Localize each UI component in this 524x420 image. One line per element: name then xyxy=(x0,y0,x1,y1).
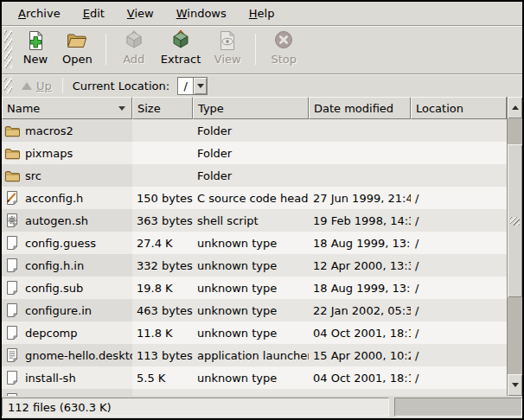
file-name: config.sub xyxy=(25,282,83,295)
table-row[interactable]: config.h.in 332 bytes unknown type 12 Ap… xyxy=(2,254,507,277)
plain-file-icon xyxy=(4,280,20,296)
table-row[interactable]: pixmaps Folder xyxy=(2,142,507,164)
scrollbar-thumb[interactable] xyxy=(508,144,522,297)
menu-view[interactable]: View xyxy=(116,3,165,23)
table-row[interactable]: gnome-hello.desktop 113 bytes applicatio… xyxy=(2,344,507,366)
column-header-name-label: Name xyxy=(7,102,40,115)
column-header-name[interactable]: Name xyxy=(2,97,132,119)
file-type: unknown type xyxy=(197,304,277,317)
vertical-scrollbar[interactable] xyxy=(507,97,522,396)
file-location: / xyxy=(415,349,419,362)
file-name: autogen.sh xyxy=(25,214,88,227)
toolbar: New Open Add xyxy=(2,26,522,74)
open-archive-icon xyxy=(66,29,88,52)
file-name: depcomp xyxy=(25,327,78,340)
stop-button: Stop xyxy=(263,28,304,71)
scroll-up-button[interactable] xyxy=(508,97,522,118)
up-button-label: Up xyxy=(36,80,52,92)
location-combo-dropdown-button[interactable] xyxy=(193,78,207,94)
sort-descending-icon xyxy=(118,106,125,111)
scroll-down-button[interactable] xyxy=(508,374,522,396)
launcher-file-icon xyxy=(4,347,20,363)
location-bar-drag-handle[interactable] xyxy=(4,78,12,93)
stop-button-label: Stop xyxy=(272,53,297,66)
file-list: Name Size Type Date modified Location xyxy=(2,97,522,396)
table-row[interactable]: config.guess 27.4 K unknown type 18 Aug … xyxy=(2,232,507,254)
file-name: acconfig.h xyxy=(25,192,83,205)
file-name: src xyxy=(25,169,42,182)
file-date: 04 Oct 2001, 18:12 xyxy=(313,327,411,340)
file-type: unknown type xyxy=(197,327,277,340)
file-name: macros2 xyxy=(25,124,73,137)
plain-file-icon xyxy=(4,370,20,385)
open-button[interactable]: Open xyxy=(56,28,99,71)
file-type: application launcher xyxy=(197,349,309,362)
chevron-down-icon xyxy=(197,84,204,88)
extract-button[interactable]: Extract xyxy=(155,28,208,71)
up-arrow-icon xyxy=(22,82,32,90)
file-location: / xyxy=(415,282,419,295)
scrollbar-trough[interactable] xyxy=(508,297,522,374)
open-button-label: Open xyxy=(62,53,93,66)
toolbar-drag-handle[interactable] xyxy=(4,30,12,68)
file-type: unknown type xyxy=(197,237,277,250)
view-file-icon xyxy=(216,29,239,52)
source-header-file-icon xyxy=(4,190,20,206)
table-row[interactable]: depcomp 11.8 K unknown type 04 Oct 2001,… xyxy=(2,321,507,344)
new-archive-icon xyxy=(24,29,47,52)
file-name: install-sh xyxy=(25,372,76,385)
location-combo[interactable]: / xyxy=(177,77,208,95)
file-date: 04 Oct 2001, 18:12 xyxy=(313,372,411,385)
table-row[interactable]: acconfig.h 150 bytes C source code heade… xyxy=(2,187,507,209)
toolbar-separator xyxy=(105,34,106,65)
menu-help[interactable]: Help xyxy=(238,3,286,23)
location-bar-separator xyxy=(62,78,63,93)
extract-icon xyxy=(169,29,192,52)
file-type: Folder xyxy=(197,124,232,137)
current-location-label: Current Location: xyxy=(73,80,169,92)
file-location: / xyxy=(415,372,419,385)
table-row[interactable]: config.sub 19.8 K unknown type 18 Aug 19… xyxy=(2,277,507,299)
file-type: unknown type xyxy=(197,372,277,385)
table-row[interactable]: configure.in 463 bytes unknown type 22 J… xyxy=(2,299,507,321)
location-combo-value[interactable]: / xyxy=(178,78,193,94)
file-name: config.guess xyxy=(25,237,96,250)
file-name: configure.in xyxy=(25,304,92,317)
plain-file-icon xyxy=(4,325,20,340)
new-button[interactable]: New xyxy=(15,28,56,71)
progress-area xyxy=(394,398,522,417)
column-header-size-label: Size xyxy=(137,102,161,115)
column-header-type[interactable]: Type xyxy=(193,97,309,119)
file-date: 12 Apr 2000, 13:36 xyxy=(313,259,411,272)
scrollbar-grip xyxy=(510,217,520,226)
plain-file-icon xyxy=(4,235,20,251)
menu-edit[interactable]: Edit xyxy=(72,3,116,23)
status-bar: 112 files (630.3 K) xyxy=(2,396,522,418)
column-header-size[interactable]: Size xyxy=(132,97,193,119)
file-name: pixmaps xyxy=(25,147,73,160)
plain-file-icon xyxy=(4,302,20,318)
file-location: / xyxy=(415,192,419,205)
scrollbar-trough[interactable] xyxy=(508,118,522,144)
column-header-location[interactable]: Location xyxy=(411,97,507,119)
table-row[interactable]: install-sh 5.5 K unknown type 04 Oct 200… xyxy=(2,366,507,389)
file-location: / xyxy=(415,304,419,317)
stop-icon xyxy=(272,29,295,52)
arrow-down-icon xyxy=(512,383,519,387)
table-row[interactable]: autogen.sh 363 bytes shell script 19 Feb… xyxy=(2,209,507,232)
column-header-location-label: Location xyxy=(416,102,463,115)
file-list-body: macros2 Folder pixmaps Folder src F xyxy=(2,119,507,396)
menu-archive[interactable]: Archive xyxy=(7,3,72,23)
table-row-partial xyxy=(2,389,507,396)
table-row[interactable]: src Folder xyxy=(2,164,507,187)
archive-manager-window: Archive Edit View Windows Help New xyxy=(0,0,524,420)
file-type: shell script xyxy=(197,214,259,227)
menu-windows[interactable]: Windows xyxy=(165,3,238,23)
status-message-area: 112 files (630.3 K) xyxy=(2,398,389,417)
file-location: / xyxy=(415,259,419,272)
table-row[interactable]: macros2 Folder xyxy=(2,119,507,142)
file-location: / xyxy=(415,327,419,340)
file-size: 463 bytes xyxy=(137,304,193,317)
column-header-date-modified[interactable]: Date modified xyxy=(309,97,411,119)
folder-icon xyxy=(4,168,20,183)
